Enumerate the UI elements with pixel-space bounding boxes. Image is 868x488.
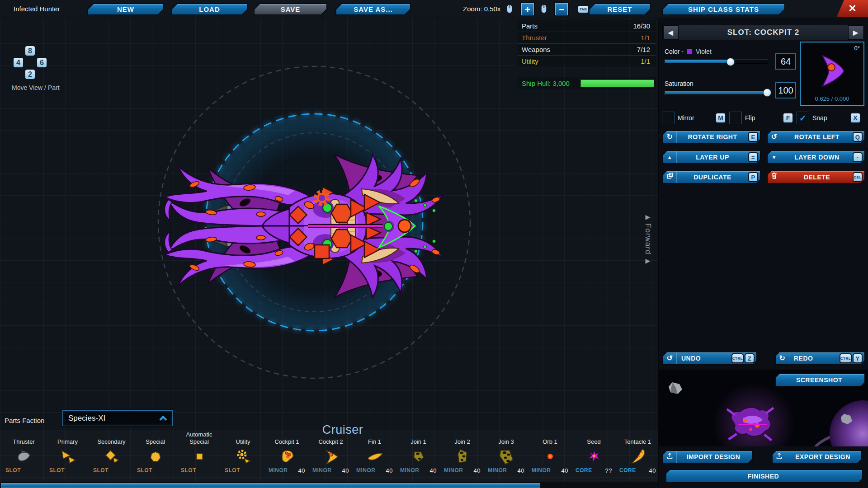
- cockpit2-icon[interactable]: [321, 446, 341, 467]
- part-seed[interactable]: Seed CORE ??: [572, 430, 616, 481]
- part-name: Automatic Special: [177, 430, 221, 446]
- color-slider[interactable]: [665, 60, 768, 64]
- thruster-icon[interactable]: [14, 446, 34, 467]
- join2-icon[interactable]: [453, 446, 472, 467]
- color-slider-handle[interactable]: [726, 58, 735, 66]
- part-value: 40: [518, 467, 524, 474]
- layer-down-button[interactable]: ▼ LAYER DOWN -: [767, 150, 865, 164]
- hull-bar: [580, 80, 654, 87]
- undo-icon: ↺: [663, 352, 677, 364]
- toggle-label: Snap: [812, 114, 846, 122]
- color-value-field[interactable]: 64: [775, 53, 796, 70]
- screenshot-button[interactable]: SCREENSHOT: [775, 373, 865, 387]
- rotate-right-icon: ↻: [663, 131, 677, 143]
- seed-icon[interactable]: [584, 446, 604, 467]
- color-label-row: Color - Violet: [665, 48, 712, 55]
- snap-checkbox[interactable]: ✓: [797, 112, 809, 124]
- next-arrow-icon: ▶: [853, 29, 859, 36]
- join3-icon[interactable]: [496, 446, 516, 467]
- part-tentacle-1[interactable]: Tentacle 1 CORE 40: [616, 430, 658, 481]
- join1-icon[interactable]: [409, 446, 429, 467]
- numpad2-key: 2: [24, 69, 36, 80]
- parts-faction-dropdown[interactable]: Species-XI: [62, 410, 173, 426]
- flip-checkbox[interactable]: [730, 112, 741, 124]
- part-name: Primary: [57, 430, 78, 446]
- ship-class-stats-button[interactable]: SHIP CLASS STATS: [662, 3, 785, 15]
- utility-icon[interactable]: [233, 446, 253, 467]
- part-cockpit-2[interactable]: Cockpit 2 MINOR 40: [309, 430, 353, 481]
- redo-key: Y: [853, 353, 863, 363]
- layer-up-key: =: [748, 152, 758, 162]
- mirror-checkbox[interactable]: [662, 112, 674, 124]
- parts-tray-scrollbar-thumb[interactable]: [1, 483, 540, 488]
- part-slot-type: SLOT: [137, 467, 152, 474]
- rotate-left-key: Q: [853, 132, 863, 142]
- new-button[interactable]: NEW: [87, 3, 164, 15]
- parts-tray: Thruster SLOT Primary SLOT Secondary SLO…: [0, 430, 658, 481]
- parts-faction-value: Species-XI: [68, 414, 161, 423]
- automatic-special-icon[interactable]: [189, 446, 209, 467]
- primary-weapon-icon[interactable]: [58, 446, 78, 467]
- export-design-button[interactable]: EXPORT DESIGN: [772, 450, 862, 464]
- layer-down-icon: ▼: [768, 151, 781, 163]
- layer-up-button[interactable]: ▲ LAYER UP =: [662, 150, 761, 164]
- close-icon: ✕: [848, 3, 856, 14]
- tentacle-icon[interactable]: [628, 446, 648, 467]
- top-toolbar: Infected Hunter NEW LOAD SAVE SAVE AS...…: [0, 0, 868, 18]
- part-secondary[interactable]: Secondary SLOT: [90, 430, 133, 481]
- part-fin-1[interactable]: Fin 1 MINOR 40: [353, 430, 396, 481]
- part-orb-1[interactable]: Orb 1 MINOR 40: [528, 430, 572, 481]
- parts-tray-scrollbar[interactable]: [0, 482, 658, 488]
- zoom-in-button[interactable]: +: [521, 3, 534, 15]
- part-utility[interactable]: Utility SLOT: [221, 430, 265, 481]
- part-automatic-special[interactable]: Automatic Special SLOT: [177, 430, 221, 481]
- part-thruster[interactable]: Thruster SLOT: [2, 430, 46, 481]
- part-cockpit-1[interactable]: Cockpit 1 MINOR 40: [265, 430, 309, 481]
- fin-icon[interactable]: [365, 446, 385, 467]
- color-swatch: [687, 49, 693, 55]
- delete-button[interactable]: DELETE DEL: [767, 170, 865, 184]
- rotate-left-button[interactable]: ↺ ROTATE LEFT Q: [767, 130, 865, 144]
- orb-icon[interactable]: [540, 446, 560, 467]
- part-slot-type: MINOR: [444, 467, 463, 474]
- redo-button[interactable]: ↻ REDO CTRL Y: [775, 352, 865, 365]
- prev-slot-button[interactable]: ◀: [663, 25, 679, 40]
- reset-view-button[interactable]: RESET: [589, 3, 651, 15]
- part-slot-type: MINOR: [356, 467, 376, 474]
- move-hint-label: Move View / Part: [12, 84, 75, 91]
- part-join-1[interactable]: Join 1 MINOR 40: [396, 430, 440, 481]
- close-button[interactable]: ✕: [837, 0, 868, 17]
- part-primary[interactable]: Primary SLOT: [46, 430, 90, 481]
- load-button[interactable]: LOAD: [171, 3, 248, 15]
- secondary-weapon-icon[interactable]: [102, 446, 122, 467]
- saturation-slider-handle[interactable]: [763, 89, 771, 97]
- cockpit1-icon[interactable]: [277, 446, 297, 467]
- forward-arrow-icon: ▶: [646, 213, 651, 221]
- slot-header: ◀ SLOT: COCKPIT 2 ▶: [662, 25, 864, 40]
- special-weapon-icon[interactable]: [146, 446, 165, 467]
- part-special[interactable]: Special SLOT: [133, 430, 177, 481]
- import-design-button[interactable]: IMPORT DESIGN: [662, 450, 753, 464]
- undo-button[interactable]: ↺ UNDO CTRL Z: [662, 352, 757, 365]
- part-angle: 0°: [854, 45, 860, 52]
- saturation-slider[interactable]: [665, 90, 768, 94]
- save-button[interactable]: SAVE: [254, 3, 327, 15]
- forward-indicator: ▶ Forward ▶: [640, 213, 656, 264]
- import-icon: [663, 451, 677, 463]
- ctrl-key: CTRL: [731, 353, 744, 363]
- ctrl-key: CTRL: [840, 353, 852, 363]
- rotate-right-button[interactable]: ↻ ROTATE RIGHT E: [662, 130, 761, 144]
- part-join-2[interactable]: Join 2 MINOR 40: [440, 430, 484, 481]
- saturation-value-field[interactable]: 100: [775, 82, 796, 99]
- finished-button[interactable]: FINISHED: [665, 469, 863, 483]
- part-name: Thruster: [13, 430, 34, 446]
- next-slot-button[interactable]: ▶: [848, 25, 863, 40]
- rotate-right-key: E: [748, 132, 758, 142]
- part-join-3[interactable]: Join 3 MINOR 40: [484, 430, 528, 481]
- snap-key: X: [850, 113, 861, 123]
- rotate-left-icon: ↺: [768, 131, 781, 143]
- zoom-out-button[interactable]: −: [555, 3, 568, 15]
- save-as-button[interactable]: SAVE AS...: [335, 3, 411, 15]
- duplicate-button[interactable]: DUPLICATE P: [662, 170, 761, 184]
- stat-label: Weapons: [522, 46, 550, 53]
